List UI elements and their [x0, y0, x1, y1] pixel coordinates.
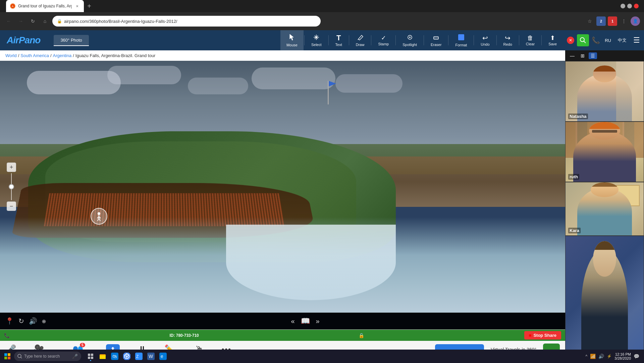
tool-undo[interactable]: ↩ Undo [475, 30, 495, 50]
user-avatar[interactable]: 👤 [631, 16, 640, 26]
person-walker-button[interactable] [91, 208, 107, 225]
tool-select[interactable]: Select [305, 30, 328, 50]
logo[interactable]: AirPano [7, 35, 40, 46]
minimize-panel-button[interactable]: — [568, 52, 577, 59]
prev-arrow[interactable]: « [291, 317, 294, 325]
photo-bottom-bar: 📍 ↻ 🔊 ⎈ « 📖 » [0, 313, 565, 329]
next-arrow[interactable]: » [316, 317, 320, 325]
title-bar: A Grand tour of Iguazu Falls, Argen... ✕… [0, 0, 644, 12]
new-tab-button[interactable]: + [84, 1, 95, 11]
tool-redo[interactable]: ↪ Redo [497, 30, 518, 50]
breadcrumb: World / South America / Argentina / Igua… [0, 50, 565, 61]
start-button[interactable] [2, 351, 13, 362]
participant-count-badge: 5 [80, 343, 85, 347]
stamp-label: Stamp [378, 42, 389, 46]
taskbar-app-edge[interactable]: e [158, 351, 168, 362]
zoom-track[interactable] [11, 173, 12, 200]
hamburger-menu-button[interactable]: ☰ [633, 36, 640, 45]
share-id-banner: 📞 ID: 780-733-710 🔒 ■ Stop Share [0, 330, 565, 341]
taskbar-app-store[interactable]: 🛍 [109, 351, 120, 362]
taskbar-search[interactable]: Type here to search 🎤 [14, 352, 81, 361]
photo-360-tab[interactable]: 360° Photo [54, 35, 89, 46]
taskbar-app-chrome[interactable] [121, 351, 132, 362]
tab-close-button[interactable]: ✕ [74, 3, 80, 9]
clock-date: 3/28/2020 [614, 356, 631, 360]
phone-icon[interactable]: 📞 [592, 36, 600, 44]
volume-icon[interactable]: 🔊 [598, 354, 604, 359]
tool-clear[interactable]: 🗑 Clear [520, 30, 541, 50]
browser-chrome: A Grand tour of Iguazu Falls, Argen... ✕… [0, 0, 644, 30]
close-button[interactable] [634, 4, 639, 8]
tile-view-button[interactable]: ⊞ [579, 52, 587, 59]
natasha-room [616, 61, 644, 121]
extension-icon-2[interactable]: 1 [608, 16, 617, 26]
tool-mouse[interactable]: Mouse [280, 30, 304, 50]
lang-cn-button[interactable]: 中文 [616, 36, 629, 45]
tool-draw[interactable]: Draw [350, 30, 371, 50]
mouse-label: Mouse [286, 43, 298, 47]
breadcrumb-argentina[interactable]: Argentina [53, 53, 72, 58]
home-button[interactable]: ⌂ [40, 16, 50, 26]
text-icon: T [336, 34, 341, 42]
tool-save[interactable]: ⬆ Save [542, 30, 563, 50]
notification-close-button[interactable]: ✕ [567, 37, 574, 44]
flag-pole [328, 81, 329, 104]
breadcrumb-world[interactable]: World [5, 53, 17, 58]
forward-button[interactable]: → [16, 16, 25, 26]
refresh-button[interactable]: ↻ [28, 16, 38, 26]
tool-eraser[interactable]: Eraser [425, 30, 447, 50]
svg-line-15 [99, 218, 100, 221]
sound-icon[interactable]: 🔊 [29, 317, 37, 325]
tool-text[interactable]: T Text [329, 30, 348, 50]
svg-rect-27 [100, 355, 106, 359]
bottom-left-icons: 📍 ↻ 🔊 ⎈ [5, 317, 46, 325]
notification-icon[interactable]: 💬 [634, 354, 639, 359]
minimize-button[interactable] [621, 4, 625, 8]
location-icon[interactable]: 📍 [5, 317, 14, 325]
svg-rect-22 [88, 354, 90, 356]
search-button[interactable] [577, 34, 589, 46]
up-arrow-icon[interactable]: ^ [585, 354, 587, 359]
address-bar[interactable]: 🔒 airpano.com/360photo/Brasil-Argentina-… [52, 16, 321, 27]
taskbar-app-task-view[interactable] [85, 351, 96, 362]
stamp-icon: ✓ [381, 35, 386, 41]
taskbar-app-zoom[interactable]: Z [133, 351, 144, 362]
back-button[interactable]: ← [4, 16, 13, 26]
taskbar-app-explorer[interactable] [97, 351, 108, 362]
extension-icon-1[interactable]: 2 [596, 16, 606, 26]
list-view-button[interactable]: ☰ [589, 52, 597, 59]
cloud-2 [107, 66, 181, 84]
video-panel: — ⊞ ☰ Natasha [565, 50, 644, 363]
zoom-in-button[interactable]: + [7, 163, 16, 172]
rotate-icon[interactable]: ↻ [18, 317, 24, 325]
spotlight-icon [407, 34, 413, 42]
p4-head [593, 241, 616, 277]
zoom-handle[interactable] [9, 184, 14, 189]
bookmark-star-icon[interactable]: ☆ [585, 16, 594, 26]
tool-spotlight[interactable]: Spotlight [396, 30, 423, 50]
active-tab[interactable]: A Grand tour of Iguazu Falls, Argen... ✕ [6, 0, 84, 12]
stop-share-label: Stop Share [533, 333, 556, 338]
wifi-icon[interactable]: 📶 [590, 354, 596, 359]
breadcrumb-south-america[interactable]: South America [20, 53, 49, 58]
maximize-button[interactable] [627, 4, 632, 8]
tool-stamp[interactable]: ✓ Stamp [372, 30, 395, 50]
main-photo-area: World / South America / Argentina / Igua… [0, 50, 565, 363]
lang-ru-button[interactable]: RU [603, 37, 613, 44]
select-label: Select [311, 43, 322, 47]
zoom-out-button[interactable]: − [7, 201, 16, 211]
natasha-name-label: Natasha [568, 114, 588, 119]
mouse-icon [288, 34, 295, 42]
taskbar-clock[interactable]: 12:16 PM 3/28/2020 [614, 352, 631, 360]
participant-kara: Kara [565, 182, 644, 236]
share-icon[interactable]: ⎈ [42, 317, 46, 325]
stop-share-button[interactable]: ■ Stop Share [524, 331, 561, 339]
taskbar-app-word[interactable]: W [146, 351, 156, 362]
clock-time: 12:16 PM [614, 352, 631, 356]
svg-text:A: A [12, 5, 14, 8]
tool-format[interactable]: Format [449, 30, 473, 50]
book-button[interactable]: 📖 [301, 317, 310, 325]
panorama-container[interactable]: + − [0, 61, 565, 313]
svg-rect-24 [88, 357, 90, 359]
menu-icon[interactable]: ⋮ [619, 16, 629, 26]
